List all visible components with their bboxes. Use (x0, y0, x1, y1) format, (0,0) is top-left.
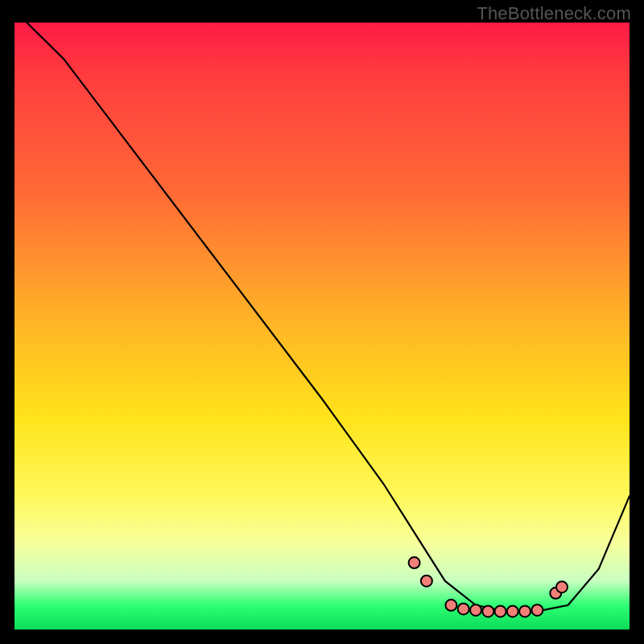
highlight-dot (531, 605, 543, 616)
plot-area (14, 23, 630, 630)
curve-svg (14, 23, 630, 630)
highlight-dot (458, 603, 469, 614)
highlight-dots (409, 557, 568, 617)
highlight-dot (470, 605, 481, 616)
highlight-dot (482, 605, 493, 617)
highlight-dot (519, 605, 530, 617)
highlight-dot (445, 600, 456, 611)
bottleneck-curve (27, 23, 630, 611)
highlight-dot (507, 605, 518, 617)
chart-frame: TheBottleneck.com (0, 0, 644, 644)
highlight-dot (556, 581, 568, 592)
highlight-dot (495, 605, 506, 617)
highlight-dot (421, 576, 432, 587)
highlight-dot (409, 557, 420, 568)
watermark-text: TheBottleneck.com (477, 3, 631, 24)
